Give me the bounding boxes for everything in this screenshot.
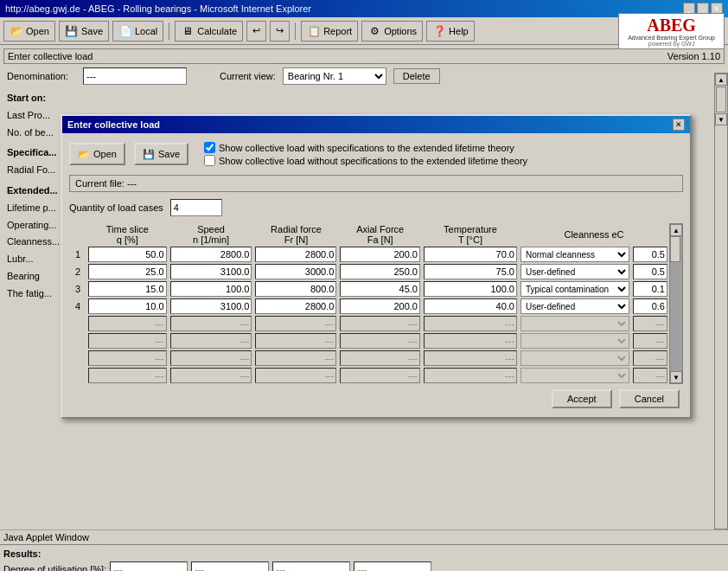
bearing-select[interactable]: Bearing Nr. 1 [283,67,386,85]
radial-input[interactable] [255,298,336,314]
temp-input[interactable] [424,264,517,279]
temp-input[interactable] [424,281,517,297]
cleanness-type-select[interactable]: Normal cleannessUser-definedTypical cont… [520,298,629,314]
degree-val3-input[interactable] [272,561,350,571]
modal-body: 📂 Open 💾 Save Show collective load with … [62,133,690,417]
cleanness-type-select-disabled [520,368,629,383]
degree-val2-input[interactable] [191,561,269,571]
modal-save-button[interactable]: 💾 Save [134,143,188,165]
speed-input[interactable] [170,281,252,297]
cleanness-val-cell [631,350,669,367]
title-bar-text: http://abeg.gwj.de - ABEG - Rolling bear… [5,3,311,14]
table-scroll-down[interactable]: ▼ [670,371,682,383]
axial-input [340,350,420,366]
cleanness-val-input[interactable] [633,298,667,314]
cleanness-type-select-disabled [520,350,629,366]
options-icon: ⚙ [367,24,381,38]
applet-label: Java Applet Window [3,532,89,542]
radial-input [255,368,336,383]
speed-input[interactable] [170,264,252,279]
axial-input[interactable] [340,281,420,297]
cleanness-type-select[interactable]: Normal cleannessUser-definedTypical cont… [520,247,629,262]
open-button[interactable]: 📂 Open [3,21,55,42]
speed-input [170,368,252,383]
time-slice-input[interactable] [88,298,167,314]
table-scroll-thumb[interactable] [670,236,680,262]
radial-input[interactable] [255,247,336,262]
time-slice-input-cell [86,332,169,350]
checkbox1-row[interactable]: Show collective load with specifications… [204,142,527,153]
scrollbar-up-button[interactable]: ▲ [715,74,727,86]
undo-button[interactable]: ↩ [246,21,266,42]
radial-input-cell [253,298,338,315]
time-slice-input-cell [86,263,169,280]
speed-input[interactable] [170,298,252,314]
temp-input-cell [422,350,519,367]
modal-close-button[interactable]: ✕ [673,119,685,131]
modal-toolbar: 📂 Open 💾 Save Show collective load with … [69,138,683,170]
toolbar: 📂 Open 💾 Save 📄 Local 🖥 Calculate ↩ ↪ 📋 … [0,17,728,45]
axial-input [340,316,420,331]
row-number: 4 [69,298,86,315]
denomination-input[interactable] [83,67,187,85]
cleanness-val-input[interactable] [633,247,667,262]
axial-input[interactable] [340,298,420,314]
help-icon: ❓ [432,24,446,38]
modal-open-button[interactable]: 📂 Open [69,143,125,165]
table-scroll-up[interactable]: ▲ [670,224,682,236]
time-slice-input[interactable] [88,264,167,279]
cleanness-type-cell: Normal cleannessUser-definedTypical cont… [519,298,631,315]
local-button[interactable]: 📄 Local [112,21,163,42]
report-button[interactable]: 📋 Report [301,21,358,42]
degree-val4-input[interactable] [354,561,431,571]
checkbox2[interactable] [204,155,215,166]
cleanness-type-select[interactable]: Normal cleannessUser-definedTypical cont… [520,281,629,297]
scrollbar-thumb[interactable] [716,87,726,112]
axial-input[interactable] [340,264,420,279]
time-slice-input[interactable] [88,281,167,297]
time-slice-input-cell [86,315,169,332]
current-view-label: Current view: [220,71,276,81]
scrollbar-down-button[interactable]: ▼ [715,113,727,125]
accept-button[interactable]: Accept [552,389,612,408]
speed-input[interactable] [170,247,252,262]
cleanness-val-input [633,333,667,349]
options-button[interactable]: ⚙ Options [361,21,423,42]
cleanness-type-cell [519,350,631,367]
table-row: 4Normal cleannessUser-definedTypical con… [69,298,669,315]
calculate-button[interactable]: 🖥 Calculate [175,21,243,42]
cleanness-type-select[interactable]: Normal cleannessUser-definedTypical cont… [520,264,629,279]
radial-input-cell [253,280,338,298]
temp-input[interactable] [424,247,517,262]
axial-input-cell [338,280,422,298]
report-icon: 📋 [307,24,321,38]
degree-val1-input[interactable] [110,561,188,571]
temp-input-cell [422,332,519,350]
cleanness-type-cell: Normal cleannessUser-definedTypical cont… [519,263,631,280]
radial-input[interactable] [255,281,336,297]
radial-input-cell [253,332,338,350]
quantity-input[interactable] [170,199,222,216]
cleanness-val-input[interactable] [633,264,667,279]
redo-button[interactable]: ↪ [270,21,290,42]
cancel-button[interactable]: Cancel [619,389,680,408]
denomination-label: Denomination: [7,71,76,81]
row-number [69,367,86,384]
delete-button[interactable]: Delete [393,68,440,84]
checkbox1[interactable] [204,142,215,153]
cleanness-val-input[interactable] [633,281,667,297]
bottom-area: Java Applet Window Results: Degree of ut… [0,529,728,571]
time-slice-input[interactable] [88,247,167,262]
radial-input-cell [253,246,338,263]
speed-input [170,333,252,349]
temp-input[interactable] [424,298,517,314]
save-button[interactable]: 💾 Save [59,21,109,42]
axial-input [340,333,420,349]
main-scrollbar[interactable]: ▲ ▼ [714,73,728,529]
axial-input[interactable] [340,247,420,262]
radial-input[interactable] [255,264,336,279]
table-scrollbar[interactable]: ▲ ▼ [669,223,683,384]
speed-input-cell [169,315,254,332]
checkbox2-row[interactable]: Show collective load without specificati… [204,155,527,166]
help-button[interactable]: ❓ Help [426,21,475,42]
